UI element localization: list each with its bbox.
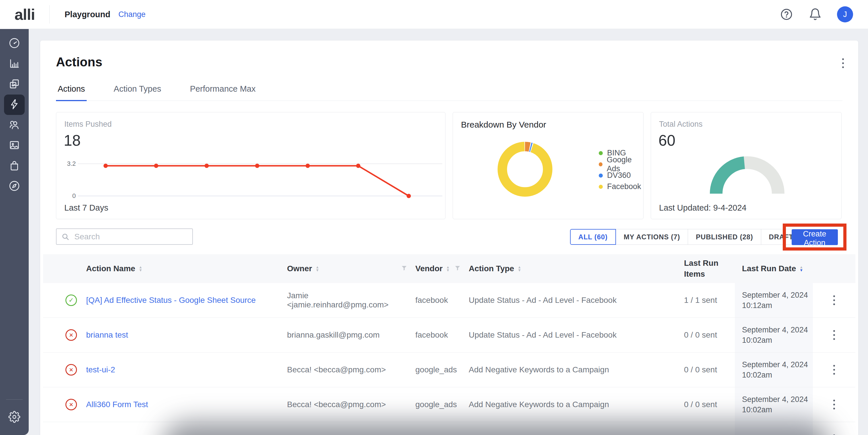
action-name-link[interactable]: Alli360 Form Test	[86, 400, 148, 409]
sort-icon[interactable]: ▲▼	[799, 265, 803, 272]
action-name-link[interactable]: [QA] Ad Effective Status - Google Sheet …	[86, 296, 256, 304]
row-menu-kebab-icon[interactable]	[832, 294, 837, 307]
table-row: ✕ brianna test brianna.gaskill@pmg.com f…	[43, 318, 856, 352]
filter-funnel-icon[interactable]	[401, 264, 407, 273]
sidebar-item-analytics[interactable]	[4, 54, 25, 74]
sidebar-item-dashboard[interactable]	[4, 33, 25, 54]
action-name-link[interactable]: test-ui-2	[86, 365, 115, 374]
table-row: ✕ test-ui-2 Becca! <becca@pmg.com> googl…	[43, 352, 856, 387]
action-type-cell: Update Status - Ad - Ad Level - Facebook	[469, 330, 684, 340]
legend-label: Facebook	[607, 182, 641, 191]
shopping-bag-icon	[8, 160, 20, 173]
explore-compass-icon	[8, 180, 20, 193]
tab-action-types[interactable]: Action Types	[112, 84, 163, 100]
actions-bolt-icon	[8, 98, 20, 112]
items-pushed-line-chart: 3.20	[62, 157, 444, 207]
vendor-breakdown-card: Breakdown By Vendor BINGGoogle AdsDV360F…	[453, 112, 644, 219]
filter-chip[interactable]: ALL (60)	[570, 229, 616, 245]
total-actions-label: Total Actions	[659, 120, 841, 129]
sidebar-item-tasks[interactable]	[4, 74, 25, 94]
svg-text:0: 0	[72, 192, 76, 199]
tab-actions[interactable]: Actions	[56, 84, 87, 100]
legend-dot-icon	[599, 185, 603, 189]
column-header-owner[interactable]: Owner ▲▼	[287, 264, 415, 273]
user-avatar[interactable]: J	[837, 6, 853, 22]
column-header-last-run-date[interactable]: Last Run Date ▲▼	[735, 264, 813, 273]
help-icon[interactable]	[780, 7, 794, 21]
owner-cell: brianna.gaskill@pmg.com	[287, 330, 415, 340]
sidebar-nav	[0, 29, 29, 435]
action-type-cell: Add Negative Keywords to a Campaign	[469, 365, 684, 374]
row-menu-kebab-icon[interactable]	[832, 363, 837, 376]
legend-item: Google Ads	[599, 158, 643, 170]
tasks-clipboard-icon	[8, 78, 20, 91]
table-row: September 3, 2024	[43, 422, 856, 435]
sidebar-item-audiences[interactable]	[4, 115, 25, 135]
column-header-action-type[interactable]: Action Type ▲▼	[469, 264, 684, 273]
last-run-date-cell: September 4, 202410:02am	[735, 318, 813, 352]
tab-bar: Actions Action Types Performance Max	[56, 84, 842, 101]
top-bar: alli Playground Change J	[0, 0, 868, 29]
audiences-users-icon	[8, 119, 20, 132]
last-run-date-cell: September 4, 202410:02am	[735, 387, 813, 422]
tab-performance-max[interactable]: Performance Max	[188, 84, 257, 100]
sidebar-item-media[interactable]	[4, 135, 25, 156]
legend-dot-icon	[599, 162, 602, 166]
items-pushed-value: 18	[64, 132, 445, 149]
alli-logo[interactable]: alli	[0, 5, 50, 23]
sort-icon[interactable]: ▲▼	[138, 265, 143, 272]
table-row: ✕ Alli360 Form Test Becca! <becca@pmg.co…	[43, 387, 856, 422]
annotation-highlight: Create Action	[783, 224, 846, 251]
sidebar-item-settings[interactable]	[4, 407, 25, 428]
notifications-bell-icon[interactable]	[808, 7, 822, 21]
page-title: Actions	[56, 55, 102, 69]
vendor-donut-chart	[493, 138, 557, 201]
status-icon: ✕	[65, 399, 77, 410]
media-image-icon	[8, 139, 20, 152]
analytics-bar-chart-icon	[8, 57, 20, 71]
action-type-cell: Update Status - Ad - Ad Level - Facebook	[469, 296, 684, 305]
create-action-button[interactable]: Create Action	[792, 229, 838, 245]
search-box	[56, 228, 193, 245]
last-run-items-cell: 0 / 0 sent	[684, 400, 735, 409]
row-menu-kebab-icon[interactable]	[832, 328, 837, 342]
total-actions-footer: Last Updated: 9-4-2024	[659, 203, 747, 213]
search-icon	[61, 232, 70, 241]
row-menu-kebab-icon[interactable]	[832, 433, 837, 435]
sort-icon[interactable]: ▲▼	[446, 265, 450, 272]
total-actions-value: 60	[658, 132, 841, 149]
items-pushed-card: Items Pushed 18 3.20 Last 7 Days	[56, 112, 445, 219]
action-name-link[interactable]: brianna test	[86, 330, 128, 339]
actions-panel: Actions Actions Action Types Performance…	[40, 40, 858, 435]
dashboard-gauge-icon	[8, 37, 20, 50]
items-pushed-label: Items Pushed	[64, 120, 445, 129]
filter-funnel-icon[interactable]	[454, 264, 461, 273]
filter-chip[interactable]: PUBLISHED (28)	[688, 229, 761, 245]
actions-table: Action Name ▲▼ Owner ▲▼ Vendor ▲▼ Action…	[43, 254, 856, 435]
sidebar-item-shopping[interactable]	[4, 156, 25, 176]
column-header-last-run-items[interactable]: Last Run Items	[684, 258, 735, 280]
last-run-items-cell: 0 / 0 sent	[684, 365, 735, 374]
sidebar-item-explore[interactable]	[4, 176, 25, 197]
workspace-name: Playground	[65, 10, 111, 19]
svg-text:3.2: 3.2	[67, 160, 76, 167]
row-menu-kebab-icon[interactable]	[832, 398, 837, 411]
column-header-action-name[interactable]: Action Name ▲▼	[86, 264, 287, 273]
search-input[interactable]	[74, 232, 192, 242]
column-header-vendor[interactable]: Vendor ▲▼	[415, 264, 469, 273]
legend-label: DV360	[607, 171, 631, 180]
vendor-breakdown-title: Breakdown By Vendor	[461, 120, 643, 129]
table-row: ✓ [QA] Ad Effective Status - Google Shee…	[43, 283, 856, 318]
change-workspace-link[interactable]: Change	[119, 10, 146, 19]
owner-cell: Becca! <becca@pmg.com>	[287, 365, 415, 374]
filter-chip[interactable]: MY ACTIONS (7)	[616, 229, 688, 245]
sort-icon[interactable]: ▲▼	[315, 265, 319, 272]
sidebar-divider	[6, 399, 23, 400]
sort-icon[interactable]: ▲▼	[518, 265, 521, 272]
sidebar-item-actions[interactable]	[4, 94, 25, 115]
action-type-cell: Add Negative Keywords to a Campaign	[469, 400, 684, 409]
status-icon: ✓	[65, 294, 77, 306]
panel-menu-kebab-icon[interactable]	[840, 57, 846, 70]
total-actions-card: Total Actions 60 Last Updated: 9-4-2024	[651, 112, 842, 219]
vendor-cell: facebook	[415, 330, 469, 340]
